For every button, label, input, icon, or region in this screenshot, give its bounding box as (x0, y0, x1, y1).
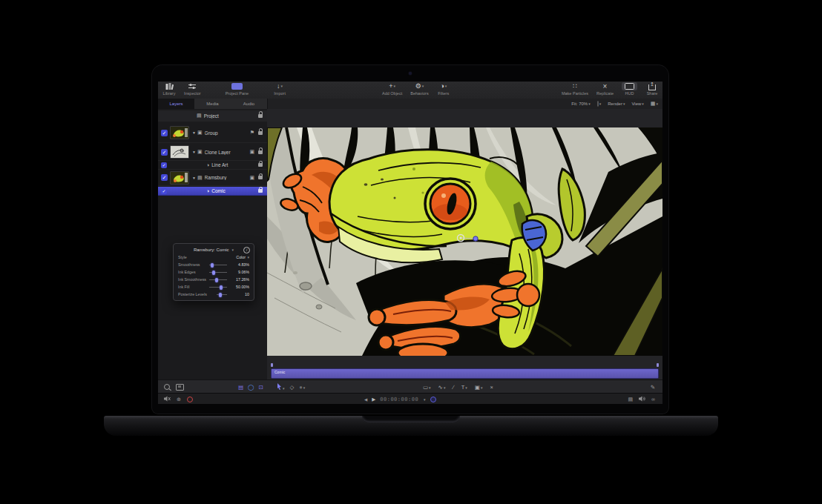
share-button[interactable]: ↥ Share (645, 82, 659, 96)
smoothness-slider[interactable] (209, 265, 227, 265)
in-point-marker[interactable] (271, 363, 273, 367)
canvas-image[interactable] (267, 127, 662, 356)
ink-edges-slider[interactable] (209, 272, 227, 273)
disclosure-icon[interactable]: ▼ (192, 130, 196, 135)
pan-zoom-tool[interactable]: ●▾ (299, 384, 305, 391)
canvas-area[interactable]: Comic (267, 109, 662, 379)
channel-swatch-control[interactable]: ▾ (597, 102, 602, 106)
record-button[interactable] (187, 397, 193, 402)
keyframe-editor-toggle-icon[interactable]: ◯ (248, 384, 254, 391)
line-tool[interactable]: ∕ (453, 384, 453, 391)
hud-param-row: Ink Fill 50.00% (178, 283, 249, 291)
toolbar: Library Inspector Project Pane ↓▾ (158, 82, 662, 99)
layer-row-group[interactable]: ✓ ▼ ▣ Group ⚑ (158, 123, 267, 143)
visibility-checkbox[interactable]: ✓ (161, 149, 168, 156)
disclosure-icon[interactable]: ▼ (192, 150, 196, 154)
tab-audio[interactable]: Audio (231, 99, 268, 109)
visibility-checkbox[interactable]: ✓ (161, 162, 167, 168)
layout-menu[interactable]: ▦▾ (651, 101, 658, 107)
keyframe-record-button[interactable] (430, 397, 436, 402)
filters-button[interactable]: ◑▾ Filters (437, 82, 450, 96)
clone-layer-icon: ▣ (197, 149, 203, 155)
layer-name: Group (205, 130, 250, 136)
mute-icon[interactable] (164, 396, 171, 402)
film-icon[interactable]: ▤ (628, 397, 633, 402)
fit-zoom-control[interactable]: Fit: 70%▾ (571, 102, 591, 106)
search-icon[interactable] (164, 384, 170, 390)
make-particles-button[interactable]: ∷ Make Particles (562, 82, 588, 96)
layer-row-line-art[interactable]: ✓ ◑ Line Art (158, 161, 267, 170)
pen-icon[interactable]: ✎ (651, 384, 655, 391)
behaviors-button[interactable]: ⚙▾ Behaviors (410, 82, 428, 96)
layer-row-ramsbury[interactable]: ✓ ▼ ▤ Ramsbury ▣ (158, 170, 267, 186)
tab-layers[interactable]: Layers (158, 99, 195, 109)
select-transform-tool[interactable]: ▾ (277, 383, 285, 391)
ink-smoothness-slider[interactable] (209, 279, 227, 280)
view-menu[interactable]: View▾ (631, 102, 643, 106)
render-menu[interactable]: Render▾ (608, 102, 625, 106)
out-point-marker[interactable] (657, 363, 659, 367)
visibility-checkbox[interactable]: ✓ (161, 188, 167, 194)
replicate-button[interactable]: × Replicate (596, 82, 614, 96)
visibility-checkbox[interactable]: ✓ (161, 174, 168, 181)
timeline-clip-comic[interactable]: Comic (271, 368, 659, 379)
adjust-anchor-tool[interactable]: ◇ (290, 384, 295, 391)
timecode-chevron-icon[interactable]: ▾ (424, 397, 426, 402)
flag-icon[interactable]: ⚑ (250, 130, 254, 136)
canvas-status-bar: Fit: 70%▾ ▾ Render▾ View▾ ▦▾ (571, 99, 658, 109)
lock-icon[interactable] (258, 189, 263, 193)
audio-editor-toggle-icon[interactable]: ⊡ (259, 384, 263, 391)
tab-media[interactable]: Media (194, 99, 231, 109)
play-button[interactable]: ▶ (372, 397, 375, 402)
timeline-scrubber[interactable] (267, 362, 662, 368)
lock-icon[interactable] (258, 163, 263, 167)
project-pane-button[interactable]: Project Pane (226, 82, 249, 96)
transport-bar: ⊕ ◀ ▶ 00:00:00:00 ▾ ▤ ∞ (158, 393, 662, 404)
add-object-button[interactable]: +▾ Add Object (382, 82, 402, 96)
previous-frame-button[interactable]: ◀ (364, 397, 367, 402)
status-icon[interactable]: ▣ (249, 175, 254, 181)
style-value[interactable]: Color ▾ (236, 255, 249, 259)
hud-param-row: Smoothness 4.83% (178, 261, 249, 268)
rectangle-tool[interactable]: ▭▾ (423, 384, 431, 391)
replicate-label: Replicate (596, 91, 614, 96)
filter-icon: ◑ (206, 188, 209, 194)
import-button[interactable]: ↓▾ Import (273, 82, 286, 96)
visibility-checkbox[interactable]: ✓ (161, 130, 168, 136)
text-tool[interactable]: T▾ (461, 384, 467, 391)
timecode-display[interactable]: 00:00:00:00 (380, 397, 418, 402)
project-row[interactable]: ▤ Project (158, 110, 267, 122)
inspector-button[interactable]: Inspector (184, 82, 201, 96)
layer-row-comic-selected[interactable]: ✓ ◑ Comic (158, 187, 267, 196)
timeline-toggle-icon[interactable]: ▤ (238, 384, 243, 391)
lock-icon[interactable] (258, 176, 263, 179)
layer-thumbnail (170, 145, 189, 159)
base-notch (362, 416, 460, 422)
lock-icon[interactable] (258, 114, 263, 118)
macbook-base (104, 416, 718, 436)
cut-tool[interactable]: × (490, 384, 493, 391)
lock-icon[interactable] (258, 150, 263, 154)
inspector-label: Inspector (184, 91, 201, 96)
library-label: Library (163, 91, 176, 96)
speaker-icon[interactable] (639, 396, 645, 402)
mask-tool[interactable]: ▣▾ (475, 384, 483, 391)
lock-icon[interactable] (258, 131, 263, 135)
preview-frame-icon[interactable] (176, 384, 184, 391)
loop-icon[interactable]: ∞ (651, 397, 655, 402)
filters-icon: ◑ (440, 82, 444, 90)
bezier-tool[interactable]: ∿▾ (438, 384, 446, 391)
info-icon[interactable]: i (243, 247, 250, 253)
cursor-arrow-icon (277, 383, 282, 390)
layer-name: Ramsbury (205, 175, 250, 180)
crosshair-icon[interactable]: ⊕ (177, 397, 181, 402)
ink-fill-slider[interactable] (209, 287, 227, 288)
library-button[interactable]: Library (162, 82, 176, 96)
layer-row-clone[interactable]: ✓ ▼ ▣ Clone Layer ▣ (158, 144, 267, 161)
hud-param-row: Posterize Levels 10 (178, 291, 249, 298)
status-icon[interactable]: ▣ (249, 149, 254, 155)
posterize-levels-slider[interactable] (217, 294, 227, 295)
disclosure-icon[interactable]: ▼ (192, 176, 196, 180)
hud-button[interactable]: HUD (622, 82, 637, 96)
hud-title-chevron-icon[interactable]: ▾ (232, 248, 234, 252)
